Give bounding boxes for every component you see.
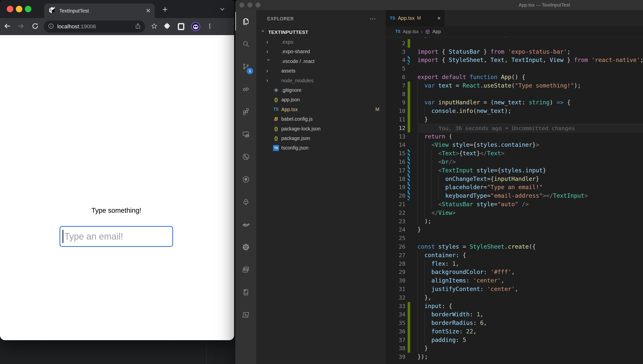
code-line-29[interactable]: 29backgroundColor: '#fff', xyxy=(386,268,643,276)
explorer-item-babel-config-js[interactable]: Bbabel.config.js xyxy=(256,114,386,124)
code-line-11[interactable]: 11} xyxy=(386,115,643,124)
vscode-minimize-button[interactable] xyxy=(247,3,252,8)
line-number[interactable]: 37 xyxy=(386,336,405,344)
reload-button[interactable] xyxy=(28,22,42,31)
line-number[interactable]: 11 xyxy=(386,115,405,124)
browser-tab[interactable]: TextInputTest ✕ xyxy=(44,4,155,18)
line-number[interactable]: 36 xyxy=(386,327,405,336)
code-line-13[interactable]: 13return ( xyxy=(386,132,643,141)
activity-docker-icon[interactable] xyxy=(235,213,256,236)
line-number[interactable]: 15 xyxy=(386,149,405,158)
code-line-38[interactable]: 38} xyxy=(386,344,643,353)
code-line-16[interactable]: 16<br/> xyxy=(386,158,643,166)
line-number[interactable]: 5 xyxy=(386,64,405,73)
code-line-23[interactable]: 23); xyxy=(386,217,643,226)
line-number[interactable]: 25 xyxy=(386,234,405,243)
line-number[interactable]: 7 xyxy=(386,82,405,90)
code-line-15[interactable]: 15<Text>{text}</Text> xyxy=(386,149,643,158)
line-number[interactable]: 16 xyxy=(386,158,405,166)
line-number[interactable]: 39 xyxy=(386,353,405,361)
email-input[interactable] xyxy=(60,226,173,247)
code-line-10[interactable]: 10console.info(new_text); xyxy=(386,107,643,115)
line-number[interactable]: 22 xyxy=(386,209,405,217)
code-line-39[interactable]: 39}); xyxy=(386,353,643,361)
profile-avatar[interactable] xyxy=(191,22,201,32)
code-line-2[interactable]: 2 xyxy=(386,39,643,48)
activity-run-debug-icon[interactable] xyxy=(235,78,256,100)
code-line-6[interactable]: 6export default function App() { xyxy=(386,73,643,82)
explorer-item-app-tsx[interactable]: TSApp.tsxM xyxy=(256,105,386,114)
line-number[interactable]: 14 xyxy=(386,141,405,149)
activity-windows-icon[interactable] xyxy=(235,258,256,281)
explorer-item-node-modules[interactable]: ›node_modules xyxy=(256,76,386,85)
code-line-37[interactable]: 37padding: 5 xyxy=(386,336,643,344)
code-line-19[interactable]: 19placeholder="Type an email!" xyxy=(386,183,643,192)
explorer-item-assets[interactable]: ›assets xyxy=(256,66,386,76)
line-number[interactable]: 23 xyxy=(386,217,405,226)
activity-source-control-icon[interactable]: 1 xyxy=(235,55,256,78)
code-line-17[interactable]: 17<TextInput style={styles.input} xyxy=(386,166,643,175)
site-info-icon[interactable] xyxy=(48,23,54,30)
forward-button[interactable] xyxy=(14,22,28,31)
code-line-3[interactable]: 3import { StatusBar } from 'expo-status-… xyxy=(386,48,643,56)
line-number[interactable]: 9 xyxy=(386,98,405,107)
code-line-25[interactable]: 25 xyxy=(386,234,643,243)
code-line-31[interactable]: 31justifyContent: 'center', xyxy=(386,285,643,294)
line-number[interactable]: 13 xyxy=(386,132,405,141)
activity-extensions-icon[interactable] xyxy=(235,100,256,123)
line-number[interactable]: 6 xyxy=(386,73,405,82)
line-number[interactable]: 27 xyxy=(386,251,405,260)
code-line-7[interactable]: 7var text = React.useState("Type somethi… xyxy=(386,82,643,90)
explorer-actions-icon[interactable]: ⋯ xyxy=(370,15,376,22)
mac-close-button[interactable] xyxy=(7,6,13,12)
activity-github-icon[interactable] xyxy=(235,168,256,191)
extensions-puzzle-icon[interactable] xyxy=(163,22,171,31)
activity-powershell-icon[interactable] xyxy=(235,304,256,326)
line-number[interactable]: 29 xyxy=(386,268,405,276)
activity-git-graph-icon[interactable] xyxy=(235,145,256,168)
line-number[interactable]: 3 xyxy=(386,48,405,56)
code-line-9[interactable]: 9var inputHandler = (new_text: string) =… xyxy=(386,98,643,107)
line-number[interactable]: 1 xyxy=(386,37,405,39)
share-icon[interactable] xyxy=(135,23,141,30)
code-line-14[interactable]: 14<View style={styles.container}> xyxy=(386,141,643,149)
line-number[interactable]: 18 xyxy=(386,175,405,183)
bookmark-star-icon[interactable] xyxy=(151,23,158,31)
activity-remote-explorer-icon[interactable] xyxy=(235,123,256,145)
code-line-21[interactable]: 21<StatusBar style="auto" /> xyxy=(386,200,643,209)
code-line-27[interactable]: 27container: { xyxy=(386,251,643,260)
line-number[interactable]: 30 xyxy=(386,276,405,285)
vscode-close-button[interactable] xyxy=(239,3,244,8)
breadcrumb-symbol[interactable]: App xyxy=(433,29,441,34)
line-number[interactable]: 33 xyxy=(386,302,405,311)
side-panel-icon[interactable] xyxy=(178,23,184,30)
url-text[interactable]: localhost:19006 xyxy=(57,23,132,30)
tab-close-icon[interactable]: × xyxy=(437,15,441,22)
tab-close-icon[interactable]: ✕ xyxy=(146,8,151,14)
explorer-item-package-json[interactable]: {}package.json xyxy=(256,133,386,143)
mac-zoom-button[interactable] xyxy=(25,6,31,12)
new-tab-button[interactable]: + xyxy=(160,5,170,15)
line-number[interactable]: 2 xyxy=(386,39,405,48)
line-number[interactable]: 4 xyxy=(386,56,405,64)
mac-minimize-button[interactable] xyxy=(16,6,22,12)
code-line-24[interactable]: 24} xyxy=(386,226,643,234)
line-number[interactable]: 19 xyxy=(386,183,405,192)
line-number[interactable]: 38 xyxy=(386,344,405,353)
back-button[interactable] xyxy=(0,22,14,31)
activity-testing-icon[interactable] xyxy=(235,191,256,213)
code-line-30[interactable]: 30alignItems: 'center', xyxy=(386,276,643,285)
vscode-titlebar[interactable]: App.tsx — TextInputTest xyxy=(235,0,643,10)
address-bar[interactable]: localhost:19006 xyxy=(44,21,145,33)
line-number[interactable]: 21 xyxy=(386,200,405,209)
code-line-1[interactable]: 1import React from 'react'; xyxy=(386,37,643,39)
tree-root[interactable]: › TEXTINPUTTEST xyxy=(256,28,386,37)
line-number[interactable]: 31 xyxy=(386,285,405,294)
explorer-item--expo-shared[interactable]: ›.expo-shared xyxy=(256,47,386,56)
activity-kubernetes-icon[interactable] xyxy=(235,236,256,258)
explorer-item--gitignore[interactable]: .gitignore xyxy=(256,85,386,95)
code-line-5[interactable]: 5 xyxy=(386,64,643,73)
line-number[interactable]: 10 xyxy=(386,107,405,115)
line-number[interactable]: 12 xyxy=(386,124,405,132)
line-number[interactable]: 26 xyxy=(386,243,405,251)
